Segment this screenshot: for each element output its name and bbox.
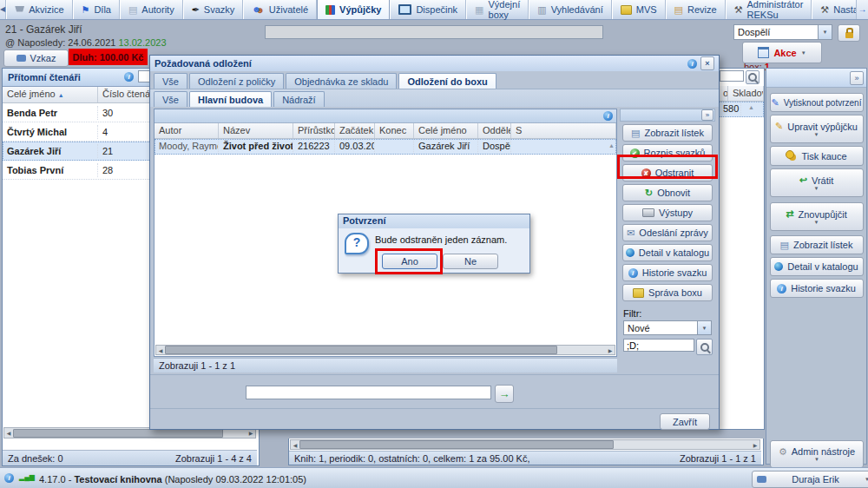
info-icon: i: [628, 268, 638, 278]
tabs-scroll-left-button[interactable]: ◀: [0, 0, 6, 19]
tab-revize[interactable]: ▤Revize: [666, 0, 726, 19]
show-slip-button[interactable]: ▤Zobrazit lístek: [622, 124, 713, 142]
scroll-left-icon[interactable]: ◀: [156, 347, 165, 353]
submit-barcode-button[interactable]: →: [495, 385, 514, 403]
tab-vse-2[interactable]: Vše: [154, 91, 187, 107]
tab-uzivatele[interactable]: ☻Uživatelé: [243, 0, 317, 19]
renew-button[interactable]: ⇄Znovupůjčit ▼: [770, 202, 864, 231]
tab-objednavka-ze-skladu[interactable]: Objednávka ze skladu: [286, 73, 397, 89]
last-visit-date2[interactable]: 13.02.2023: [118, 37, 166, 48]
message-button[interactable]: Vzkaz: [3, 49, 69, 67]
scroll-up-icon[interactable]: ▲: [748, 104, 754, 116]
scroll-right-icon[interactable]: ▶: [606, 347, 615, 353]
scroll-up-icon[interactable]: ▲: [608, 142, 615, 154]
top-search-input[interactable]: [265, 25, 603, 39]
tab-nadrazi[interactable]: Nádraží: [273, 91, 325, 107]
tab-dila[interactable]: ⚑Díla: [73, 0, 120, 19]
tabs-scroll-right-button[interactable]: →: [856, 0, 868, 19]
loans-hscrollbar[interactable]: ◀ ▶: [290, 439, 760, 450]
info-icon[interactable]: i: [124, 72, 134, 82]
card-icon: ▤: [128, 5, 137, 15]
scroll-right-icon: →: [858, 5, 867, 14]
col-full-name[interactable]: Celé jméno▲: [3, 87, 98, 102]
tab-autority[interactable]: ▤Autority: [120, 0, 183, 19]
globe-icon: [774, 262, 783, 271]
barcode-input[interactable]: [246, 386, 491, 399]
tab-dispecink[interactable]: Dispečink: [390, 0, 466, 19]
show-slip-button[interactable]: ▤Zobrazit lístek: [770, 235, 864, 254]
holds-hscrollbar[interactable]: ◀ ▶: [155, 345, 615, 355]
akce-button[interactable]: Akce▼: [742, 42, 822, 63]
edit-loan-button[interactable]: ✎Upravit výpůjčku ▼: [770, 115, 864, 143]
filter-search-button[interactable]: [696, 339, 713, 355]
outputs-button[interactable]: Výstupy: [622, 204, 713, 221]
return-button[interactable]: ↩Vrátit ▼: [770, 168, 864, 197]
holds-paging: Zobrazuji 1 - 1 z 1: [159, 360, 235, 371]
info-icon[interactable]: i: [4, 473, 14, 483]
scroll-thumb[interactable]: [165, 346, 557, 354]
close-dialog-button[interactable]: Zavřít: [660, 413, 710, 430]
loans-panel-bottom: ◀ ▶ Knih: 1, periodik: 0, ostatních: 0, …: [288, 439, 764, 465]
tab-odlozeni-z-policky[interactable]: Odložení z poličky: [189, 73, 284, 89]
chevron-down-icon: ▼: [865, 477, 868, 482]
hold-row-selected[interactable]: Moody, Raymond A Život před životem 2162…: [155, 139, 616, 155]
envelope-icon: ✉: [627, 228, 635, 238]
print-deposit-button[interactable]: Tisk kauce: [770, 146, 864, 166]
loans-statusbar: Knih: 1, periodik: 0, ostatních: 0, celk…: [289, 451, 761, 465]
flag-icon: ⚑: [82, 5, 90, 15]
tab-odlozeni-do-boxu[interactable]: Odložení do boxu: [398, 73, 496, 89]
main-tabbar: ◀ Akvizice ⚑Díla ▤Autority ✒Svazky ☻Uživ…: [0, 0, 868, 20]
filter-select[interactable]: Nové ▼: [623, 320, 712, 335]
loan-row-fragment[interactable]: 580 ▲: [719, 102, 764, 117]
catalog-detail-button[interactable]: Detail v katalogu: [622, 244, 713, 261]
info-icon[interactable]: i: [687, 59, 697, 69]
side-panel-header: »: [620, 109, 715, 122]
send-message-button[interactable]: ✉Odeslání zprávy: [622, 224, 713, 241]
collapse-button[interactable]: »: [850, 71, 864, 85]
catalog-detail-button[interactable]: Detail v katalogu: [770, 257, 864, 276]
scroll-left-icon[interactable]: ◀: [291, 442, 299, 448]
holds-statusbar: Zobrazuji 1 - 1 z 1: [154, 358, 617, 373]
scroll-right-icon[interactable]: ▶: [247, 430, 255, 436]
print-confirmation-button[interactable]: ✎Vytisknout potvrzení: [770, 93, 864, 112]
scroll-thumb[interactable]: [299, 440, 614, 449]
holds-table-header: Autor Název Přírůstkové ... Začátek▲ Kon…: [155, 123, 616, 139]
box-management-button[interactable]: Správa boxu: [622, 284, 713, 301]
tab-vyhledavani[interactable]: ▥Vyhledávání: [529, 0, 612, 19]
admin-tools-button[interactable]: ⚙Admin nástroje ▼: [770, 440, 864, 468]
window-icon: [758, 47, 769, 58]
volume-history-button[interactable]: iHistorie svazku: [770, 279, 864, 298]
readers-statusbar: Za dnešek: 0 Zobrazuji 1 - 4 z 4: [3, 450, 257, 465]
confirm-message: Bude odstraněn jeden záznam.: [375, 234, 507, 245]
last-visit-date1: 24.06.2021: [68, 37, 115, 48]
tab-hlavni-budova[interactable]: Hlavní budova: [189, 91, 272, 107]
scroll-thumb[interactable]: [13, 429, 223, 438]
tab-vse[interactable]: Vše: [154, 73, 187, 89]
loans-search: [719, 69, 764, 86]
search-button[interactable]: [746, 70, 760, 84]
tab-mvs[interactable]: MVS: [612, 0, 666, 19]
collapse-button[interactable]: »: [701, 109, 713, 121]
loans-search-input[interactable]: [720, 70, 744, 82]
debt-badge: Dluh: 100.00 Kč: [69, 49, 148, 65]
volume-history-button[interactable]: iHistorie svazku: [622, 264, 713, 281]
tab-akvizice[interactable]: Akvizice: [6, 0, 72, 19]
lock-button[interactable]: [838, 24, 860, 42]
filter-query-row: [623, 339, 715, 355]
filter-query-input[interactable]: [623, 339, 694, 352]
no-button[interactable]: Ne: [443, 254, 498, 269]
tab-administrator-reksu[interactable]: ⚒Administrátor REKSu: [726, 0, 812, 19]
info-icon[interactable]: i: [603, 111, 613, 121]
current-user-button[interactable]: Duraja Erik ▼: [752, 471, 868, 488]
tab-vypujcky[interactable]: Výpůjčky: [317, 0, 390, 19]
scroll-right-icon[interactable]: ▶: [751, 442, 760, 448]
slip-icon: ▤: [780, 241, 789, 250]
scroll-left-icon[interactable]: ◀: [4, 430, 13, 436]
tab-svazky[interactable]: ✒Svazky: [183, 0, 244, 19]
tab-vydejni-boxy[interactable]: ▦Výdejní boxy: [466, 0, 529, 19]
restore-button[interactable]: ↻Obnovit: [622, 184, 713, 201]
loans-panel-fragment: o Skladová 580 ▲: [719, 68, 765, 430]
monitor-icon: [398, 4, 411, 15]
category-select[interactable]: Dospělí ▼: [733, 24, 832, 40]
close-icon[interactable]: ×: [700, 56, 714, 70]
